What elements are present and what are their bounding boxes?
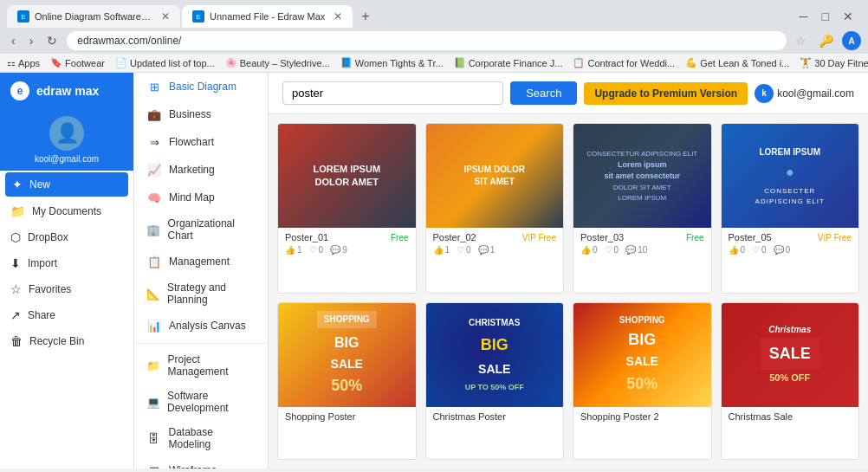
poster-02-likes: 👍 1 bbox=[433, 245, 450, 255]
poster-name-row-05: Poster_05 VIP Free bbox=[729, 232, 852, 242]
refresh-button[interactable]: ↻ bbox=[42, 32, 62, 49]
poster-footer-shop1: Shopping Poster bbox=[278, 407, 416, 426]
bookmarks-bar: ⚏Apps 🔖Footwear 📄Updated list of top... … bbox=[0, 54, 868, 73]
bookmark-lean[interactable]: 💪Get Lean & Toned i... bbox=[685, 57, 789, 68]
wireframe-icon: ▦ bbox=[146, 462, 162, 469]
nav-item-strategy[interactable]: 📐 Strategy and Planning bbox=[134, 275, 268, 312]
sidebar-item-recycle-bin[interactable]: 🗑 Recycle Bin bbox=[0, 328, 133, 354]
bookmark-corporate[interactable]: 📗Corporate Finance J... bbox=[454, 57, 563, 68]
tab-bar: E Online Diagram Software - Edra... ✕ E … bbox=[0, 0, 868, 28]
nav-item-wireframe[interactable]: ▦ Wireframe bbox=[134, 456, 268, 469]
nav-item-basic[interactable]: Basic Diagram bbox=[134, 73, 268, 100]
sidebar-item-import-label: Import bbox=[28, 257, 57, 269]
poster-footer-01: Poster_01 Free 👍 1 ♡ 0 💬 9 bbox=[278, 228, 416, 259]
poster-01-comments: 💬 9 bbox=[330, 245, 347, 255]
poster-03-likes: 👍 0 bbox=[580, 245, 598, 255]
poster-gallery: LOREM IPSUMDOLOR AMET Poster_01 Free 👍 1… bbox=[269, 114, 868, 469]
poster-01-badge: Free bbox=[391, 233, 409, 242]
bookmark-apps[interactable]: ⚏Apps bbox=[7, 57, 40, 68]
poster-03-comments: 💬 10 bbox=[625, 245, 647, 255]
new-tab-button[interactable]: + bbox=[354, 5, 376, 28]
nav-item-flowchart[interactable]: ⇒ Flowchart bbox=[134, 128, 268, 156]
nav-item-pm[interactable]: 📁 Project Management bbox=[134, 347, 268, 384]
close-button[interactable]: ✕ bbox=[839, 8, 858, 25]
user-account-avatar[interactable]: k bbox=[755, 84, 774, 103]
nav-item-database[interactable]: 🗄 Database Modeling bbox=[134, 420, 268, 456]
tab-1[interactable]: E Online Diagram Software - Edra... ✕ bbox=[7, 5, 180, 28]
sidebar-item-dropbox[interactable]: ⬡ DropBox bbox=[0, 224, 133, 250]
bookmark-contract[interactable]: 📋Contract for Weddi... bbox=[573, 57, 675, 68]
nav-item-marketing[interactable]: 📈 Marketing bbox=[134, 156, 268, 184]
bookmark-fitness[interactable]: 🏋30 Day Fitness Chal... bbox=[800, 57, 868, 68]
strategy-icon: 📐 bbox=[146, 286, 160, 301]
user-avatar: 👤 bbox=[49, 116, 84, 151]
bookmark-women[interactable]: 📘Women Tights & Tr... bbox=[340, 57, 444, 68]
bookmark-footwear[interactable]: 🔖Footwear bbox=[50, 57, 105, 68]
sidebar-item-import[interactable]: ⬇ Import bbox=[0, 250, 133, 276]
poster-card-xmas2[interactable]: Christmas SALE 50% OFF Christmas Sale bbox=[721, 302, 860, 461]
nav-item-management[interactable]: 📋 Management bbox=[134, 248, 268, 275]
poster-img-shop2: SHOPPING BIG SALE 50% bbox=[573, 303, 711, 407]
poster-02-stats: 👍 1 ♡ 0 💬 1 bbox=[433, 245, 557, 255]
nav-item-analysis[interactable]: 📊 Analysis Canvas bbox=[134, 312, 268, 339]
nav-item-business[interactable]: 💼 Business bbox=[134, 100, 268, 128]
poster-card-xmas1[interactable]: CHRISTMAS BIG SALE UP TO 50% OFF Christm… bbox=[425, 302, 565, 461]
my-documents-icon: 📁 bbox=[10, 204, 25, 218]
sidebar-item-new-label: New bbox=[29, 178, 50, 191]
poster-img-shop1: SHOPPING BIG SALE 50% bbox=[278, 303, 416, 407]
nav-item-software[interactable]: 💻 Software Development bbox=[134, 384, 268, 420]
poster-card-05[interactable]: LOREM IPSUM ● CONSECTERADIPISCING ELIT P… bbox=[721, 123, 860, 294]
poster-img-02: IPSUM DOLORSIT AMET bbox=[426, 124, 564, 228]
address-input[interactable] bbox=[67, 31, 787, 50]
poster-03-name: Poster_03 bbox=[580, 232, 624, 242]
analysis-icon: 📊 bbox=[146, 318, 162, 333]
forward-button[interactable]: › bbox=[25, 32, 38, 49]
address-bar: ‹ › ↻ ☆ 🔑 A bbox=[0, 28, 868, 54]
poster-card-shop2[interactable]: SHOPPING BIG SALE 50% Shopping Poster 2 bbox=[573, 302, 712, 461]
restore-button[interactable]: □ bbox=[818, 8, 833, 25]
tab-2[interactable]: E Unnamed File - Edraw Max ✕ bbox=[182, 5, 353, 28]
minimize-button[interactable]: ─ bbox=[795, 8, 813, 25]
main-content: Search Upgrade to Premium Version k kool… bbox=[269, 73, 868, 469]
poster-card-shop1[interactable]: SHOPPING BIG SALE 50% Shopping Poster bbox=[277, 302, 417, 461]
sidebar-item-favorites[interactable]: ☆ Favorites bbox=[0, 276, 133, 302]
poster-card-03[interactable]: CONSECTETUR ADIPISCING ELITLorem ipsumsi… bbox=[573, 123, 712, 294]
poster-card-01[interactable]: LOREM IPSUMDOLOR AMET Poster_01 Free 👍 1… bbox=[277, 123, 417, 294]
poster-name-row-shop1: Shopping Poster bbox=[285, 411, 409, 422]
middle-nav: Basic Diagram 💼 Business ⇒ Flowchart 📈 M… bbox=[134, 73, 269, 469]
search-input[interactable] bbox=[282, 81, 503, 105]
sidebar-profile: 👤 kool@gmail.com bbox=[0, 109, 133, 171]
favorites-icon: ☆ bbox=[10, 282, 22, 296]
key-icon[interactable]: 🔑 bbox=[815, 32, 837, 49]
nav-item-mindmap[interactable]: 🧠 Mind Map bbox=[134, 184, 268, 211]
bookmark-updated[interactable]: 📄Updated list of top... bbox=[115, 57, 215, 68]
bookmark-beauty[interactable]: 🌸Beauty – Styledrive... bbox=[225, 57, 330, 68]
nav-item-orgchart[interactable]: 🏢 Organizational Chart bbox=[134, 211, 268, 248]
poster-shop1-name: Shopping Poster bbox=[285, 411, 355, 422]
back-button[interactable]: ‹ bbox=[7, 32, 20, 49]
poster-name-row-01: Poster_01 Free bbox=[285, 232, 409, 242]
basic-diagram-icon bbox=[146, 79, 162, 94]
sidebar-item-new[interactable]: ✦ New bbox=[5, 172, 128, 197]
sidebar-item-my-documents[interactable]: 📁 My Documents bbox=[0, 198, 133, 224]
poster-05-comments: 💬 0 bbox=[774, 245, 791, 255]
poster-card-02[interactable]: IPSUM DOLORSIT AMET Poster_02 VIP Free 👍… bbox=[425, 123, 565, 294]
poster-img-01: LOREM IPSUMDOLOR AMET bbox=[278, 124, 416, 228]
poster-footer-03: Poster_03 Free 👍 0 ♡ 0 💬 10 bbox=[573, 228, 711, 259]
database-icon: 🗄 bbox=[146, 430, 162, 446]
pm-icon: 📁 bbox=[146, 358, 161, 373]
search-button[interactable]: Search bbox=[510, 81, 577, 105]
poster-footer-shop2: Shopping Poster 2 bbox=[573, 407, 711, 426]
tab-2-close[interactable]: ✕ bbox=[334, 10, 342, 23]
tab-2-favicon: E bbox=[192, 10, 204, 23]
upgrade-button[interactable]: Upgrade to Premium Version bbox=[584, 82, 748, 105]
logo-icon: e bbox=[10, 81, 29, 100]
user-avatar-small[interactable]: A bbox=[842, 31, 861, 50]
poster-03-hearts: ♡ 0 bbox=[605, 245, 619, 255]
tab-1-favicon: E bbox=[17, 10, 29, 23]
poster-xmas2-name: Christmas Sale bbox=[729, 411, 794, 422]
tab-1-close[interactable]: ✕ bbox=[161, 10, 170, 23]
bookmark-star-icon[interactable]: ☆ bbox=[792, 32, 810, 49]
sidebar-item-share[interactable]: ↗ Share bbox=[0, 302, 133, 328]
dropbox-icon: ⬡ bbox=[10, 230, 21, 244]
